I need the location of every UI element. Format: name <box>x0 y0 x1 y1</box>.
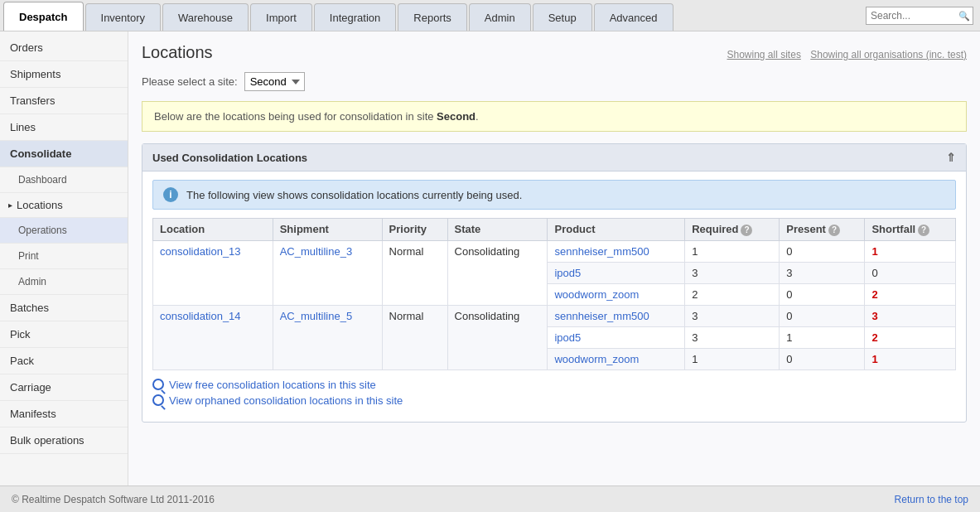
tab-advanced[interactable]: Advanced <box>594 3 673 31</box>
cell-shortfall-2-2: 2 <box>865 326 956 348</box>
col-shortfall: Shortfall? <box>865 219 956 241</box>
cell-present-2-2: 1 <box>780 326 865 348</box>
cell-product-1-2: ipod5 <box>548 262 685 283</box>
cell-state-2: Consolidating <box>447 305 548 370</box>
tab-import[interactable]: Import <box>250 3 312 31</box>
col-required: Required? <box>685 219 780 241</box>
cell-present-1-3: 0 <box>780 283 865 305</box>
table-row: consolidation_13 AC_multiline_3 Normal C… <box>153 240 956 262</box>
present-info-icon: ? <box>828 225 840 236</box>
cell-shortfall-2-3: 1 <box>865 348 956 370</box>
sidebar-item-dashboard[interactable]: Dashboard <box>0 167 128 193</box>
site-selector: Please select a site: Second First Third <box>142 72 967 91</box>
cell-product-2-2: ipod5 <box>548 326 685 348</box>
site-selector-label: Please select a site: <box>142 75 238 88</box>
table-row: consolidation_14 AC_multiline_5 Normal C… <box>153 305 956 326</box>
view-orphaned-locations-label: View orphaned consolidation locations in… <box>169 394 403 407</box>
sidebar-item-operations[interactable]: Operations <box>0 218 128 244</box>
showing-all-sites-link[interactable]: Showing all sites <box>727 49 801 60</box>
sidebar-item-batches[interactable]: Batches <box>0 295 128 321</box>
cell-shortfall-2-1: 3 <box>865 305 956 326</box>
site-select[interactable]: Second First Third <box>244 72 305 91</box>
sidebar-item-consolidate[interactable]: Consolidate <box>0 141 128 167</box>
shipment-link-1[interactable]: AC_multiline_3 <box>280 245 352 258</box>
cell-present-1-2: 3 <box>780 262 865 283</box>
cell-shortfall-1-1: 1 <box>865 240 956 262</box>
showing-all-orgs-link[interactable]: Showing all organisations (inc. test) <box>810 49 967 60</box>
cell-shortfall-1-3: 2 <box>865 283 956 305</box>
sidebar-item-manifests[interactable]: Manifests <box>0 401 128 427</box>
cell-state-1: Consolidating <box>447 240 548 305</box>
product-link-1-3[interactable]: woodworm_zoom <box>554 288 639 301</box>
cell-product-2-3: woodworm_zoom <box>548 348 685 370</box>
product-link-2-3[interactable]: woodworm_zoom <box>554 353 639 365</box>
cell-required-2-1: 3 <box>685 305 780 326</box>
cell-required-1-2: 3 <box>685 262 780 283</box>
view-free-locations-link[interactable]: View free consolidation locations in thi… <box>152 379 956 391</box>
view-orphaned-locations-link[interactable]: View orphaned consolidation locations in… <box>152 394 956 407</box>
locations-arrow-icon: ▸ <box>8 200 12 210</box>
sidebar-item-pack[interactable]: Pack <box>0 348 128 374</box>
cell-priority-2: Normal <box>382 305 447 370</box>
info-box-post: . <box>476 110 479 123</box>
sidebar-item-print[interactable]: Print <box>0 244 128 269</box>
magnifier-icon-1 <box>152 379 164 390</box>
cell-required-2-3: 1 <box>685 348 780 370</box>
cell-product-2-1: sennheiser_mm500 <box>548 305 685 326</box>
sidebar-item-locations[interactable]: ▸ Locations <box>0 193 128 218</box>
cell-required-2-2: 3 <box>685 326 780 348</box>
sidebar-item-transfers[interactable]: Transfers <box>0 88 128 114</box>
product-link-2-1[interactable]: sennheiser_mm500 <box>554 310 649 322</box>
section-panel-body: i The following view shows consolidation… <box>142 171 966 422</box>
main-content: Locations Showing all sites Showing all … <box>128 31 980 485</box>
section-panel-header: Used Consolidation Locations ⇑ <box>142 144 966 171</box>
location-link-1[interactable]: consolidation_13 <box>160 245 241 258</box>
sidebar-item-carriage[interactable]: Carriage <box>0 374 128 401</box>
sidebar-item-bulk-operations[interactable]: Bulk operations <box>0 427 128 454</box>
sidebar-item-admin-sub[interactable]: Admin <box>0 269 128 295</box>
view-free-locations-label: View free consolidation locations in thi… <box>169 379 376 391</box>
cell-shipment-1: AC_multiline_3 <box>273 240 382 305</box>
sidebar-item-pick[interactable]: Pick <box>0 321 128 348</box>
magnifier-icon-2 <box>152 394 164 406</box>
sidebar: Orders Shipments Transfers Lines Consoli… <box>0 31 128 485</box>
sidebar-item-orders[interactable]: Orders <box>0 35 128 61</box>
footer-links: View free consolidation locations in thi… <box>152 370 956 413</box>
cell-present-2-1: 0 <box>780 305 865 326</box>
cell-location-2: consolidation_14 <box>153 305 273 370</box>
product-link-1-1[interactable]: sennheiser_mm500 <box>554 245 649 258</box>
info-box-site: Second <box>437 110 476 123</box>
location-link-2[interactable]: consolidation_14 <box>160 310 241 322</box>
col-shipment: Shipment <box>273 219 382 241</box>
tab-admin[interactable]: Admin <box>469 3 531 31</box>
consolidation-table: Location Shipment Priority State Product… <box>152 218 956 370</box>
sidebar-item-locations-label: Locations <box>17 199 63 211</box>
tab-integration[interactable]: Integration <box>314 3 396 31</box>
page-header-links: Showing all sites Showing all organisati… <box>721 49 968 60</box>
required-info-icon: ? <box>741 225 752 236</box>
info-box: Below are the locations being used for c… <box>142 101 967 132</box>
section-panel-title: Used Consolidation Locations <box>152 152 307 164</box>
cell-shipment-2: AC_multiline_5 <box>273 305 382 370</box>
collapse-icon[interactable]: ⇑ <box>946 151 956 164</box>
cell-product-1-3: woodworm_zoom <box>548 283 685 305</box>
tab-inventory[interactable]: Inventory <box>85 3 161 31</box>
tab-despatch[interactable]: Despatch <box>3 2 84 31</box>
product-link-2-2[interactable]: ipod5 <box>554 331 581 344</box>
tab-warehouse[interactable]: Warehouse <box>162 3 249 31</box>
col-product: Product <box>548 219 685 241</box>
search-area <box>866 0 980 31</box>
sidebar-item-lines[interactable]: Lines <box>0 114 128 141</box>
shipment-link-2[interactable]: AC_multiline_5 <box>280 310 352 322</box>
blue-info-banner: i The following view shows consolidation… <box>152 180 956 210</box>
cell-location-1: consolidation_13 <box>153 240 273 305</box>
sidebar-item-shipments[interactable]: Shipments <box>0 61 128 88</box>
search-input[interactable] <box>866 7 973 25</box>
info-icon: i <box>163 187 178 202</box>
top-navigation: Despatch Inventory Warehouse Import Inte… <box>0 0 980 31</box>
return-to-top-link[interactable]: Return to the top <box>895 494 968 505</box>
tab-reports[interactable]: Reports <box>398 3 467 31</box>
tab-setup[interactable]: Setup <box>533 3 592 31</box>
body-layout: Orders Shipments Transfers Lines Consoli… <box>0 31 980 485</box>
product-link-1-2[interactable]: ipod5 <box>554 267 581 279</box>
